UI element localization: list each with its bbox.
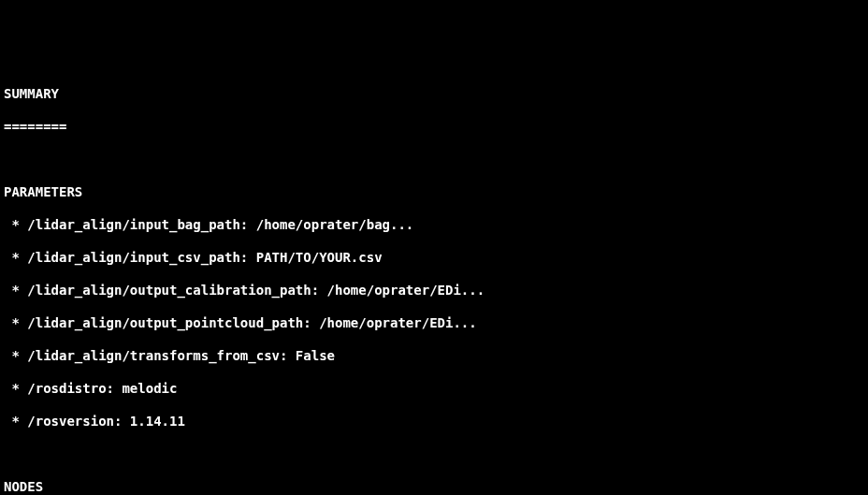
param-line: * /lidar_align/transforms_from_csv: Fals… — [4, 348, 864, 365]
param-line: * /rosversion: 1.14.11 — [4, 414, 864, 430]
param-line: * /lidar_align/input_bag_path: /home/opr… — [4, 217, 864, 234]
divider: ======== — [4, 119, 864, 136]
terminal-output[interactable]: SUMMARY ======== PARAMETERS * /lidar_ali… — [4, 69, 864, 495]
param-line: * /lidar_align/output_calibration_path: … — [4, 283, 864, 299]
param-line: * /rosdistro: melodic — [4, 381, 864, 398]
param-line: * /lidar_align/input_csv_path: PATH/TO/Y… — [4, 250, 864, 267]
nodes-header: NODES — [4, 479, 864, 496]
param-line: * /lidar_align/output_pointcloud_path: /… — [4, 315, 864, 332]
parameters-header: PARAMETERS — [4, 184, 864, 201]
summary-header: SUMMARY — [4, 86, 864, 103]
